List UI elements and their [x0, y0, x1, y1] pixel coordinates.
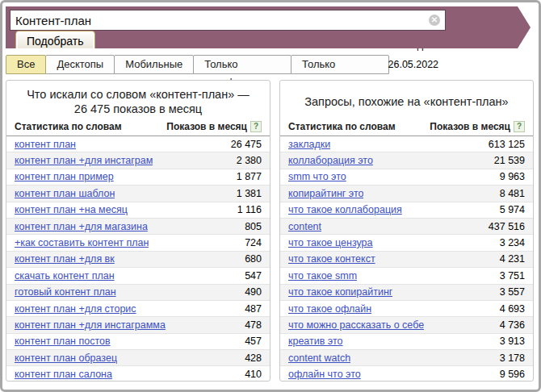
table-row: контент план +на месяц 1 116	[6, 202, 270, 219]
table-header: Статистика по словам Показов в месяц ?	[280, 119, 533, 136]
query-link[interactable]: smm что это	[288, 171, 346, 182]
tab-phones-only[interactable]: Только телефоны	[193, 55, 291, 74]
query-link[interactable]: content	[288, 221, 321, 232]
query-link[interactable]: креатив это	[288, 336, 343, 347]
impressions-count: 9 963	[493, 171, 525, 182]
table-row: закладки 613 125	[280, 136, 533, 152]
query-link[interactable]: закладки	[288, 139, 330, 150]
table-row: что можно рассказать о себе 4 736	[280, 317, 533, 333]
tab-tablets-only[interactable]: Только планшеты	[291, 55, 389, 74]
impressions-count: 4 693	[493, 303, 525, 315]
table-row: контент план шаблон 1 381	[6, 186, 270, 202]
word-stats-table: контент план 26 475 контент план +для ин…	[6, 136, 270, 382]
query-link[interactable]: контент план +для магазина	[15, 221, 148, 232]
query-link[interactable]: контент план +для вк	[15, 253, 115, 265]
impressions-count: 724	[238, 237, 262, 248]
table-row: контент план постов 457	[6, 334, 270, 350]
table-row: smm что это 9 963	[280, 169, 533, 186]
search-input[interactable]	[10, 10, 446, 31]
query-link[interactable]: что такое копирайтинг	[288, 286, 392, 298]
tab-desktops[interactable]: Десктопы	[45, 55, 115, 74]
query-link[interactable]: контент план	[15, 139, 76, 150]
panel-title: Что искали со словом «контент-план» — 26…	[6, 81, 270, 119]
table-header: Статистика по словам Показов в месяц ?	[6, 119, 270, 136]
query-link[interactable]: копирайтинг это	[288, 188, 363, 199]
impressions-count: 21 539	[488, 155, 525, 166]
impressions-count: 4 231	[493, 253, 525, 265]
impressions-count: 478	[238, 319, 262, 331]
query-link[interactable]: контент план +для инстаграм	[15, 155, 153, 166]
table-row: что такое цензура 3 234	[280, 235, 533, 251]
query-link[interactable]: скачать контент план	[15, 270, 115, 281]
table-row: скачать контент план 547	[6, 268, 270, 284]
impressions-count: 613 125	[482, 139, 525, 150]
panel-similar-queries: Запросы, похожие на «контент-план» Стати…	[279, 80, 534, 382]
column-word-label: Статистика по словам	[288, 121, 396, 132]
impressions-count: 1 381	[230, 188, 262, 199]
table-row: content 437 516	[280, 219, 533, 235]
column-count-label: Показов в месяц	[166, 121, 247, 132]
impressions-count: 428	[238, 352, 262, 364]
table-row: контент план пример 1 877	[6, 169, 270, 186]
search-header: ✕ Подобрать По словам По регионам Истори…	[6, 6, 531, 48]
query-link[interactable]: коллаборация это	[288, 155, 373, 166]
query-link[interactable]: готовый контент план	[15, 286, 116, 298]
submit-button[interactable]: Подобрать	[15, 31, 95, 52]
query-link[interactable]: контент план +на месяц	[15, 204, 128, 215]
impressions-count: 547	[238, 270, 262, 281]
impressions-count: 8 481	[493, 188, 525, 199]
table-row: что такое коллаборация 5 974	[280, 202, 533, 219]
impressions-count: 457	[238, 336, 262, 347]
tab-mobile[interactable]: Мобильные	[114, 55, 194, 74]
similar-queries-table: закладки 613 125 коллаборация это 21 539…	[280, 136, 533, 382]
table-row: контент план +для сторис 487	[6, 301, 270, 317]
table-row: что такое smm 3 751	[280, 268, 533, 284]
impressions-count: 26 475	[224, 139, 262, 150]
table-row: коллаборация это 21 539	[280, 152, 533, 169]
clear-search-icon[interactable]: ✕	[429, 15, 440, 26]
query-link[interactable]: офлайн что это	[288, 369, 361, 380]
query-link[interactable]: контент план образец	[15, 352, 117, 364]
query-link[interactable]: что можно рассказать о себе	[288, 319, 424, 331]
impressions-count: 2 380	[230, 155, 262, 166]
query-link[interactable]: +как составить контент план	[15, 237, 149, 248]
impressions-count: 3 178	[493, 352, 525, 364]
impressions-count: 805	[238, 221, 262, 232]
query-link[interactable]: контент план шаблон	[15, 188, 115, 199]
table-row: что такое контекст 4 231	[280, 252, 533, 268]
query-link[interactable]: контент план +для инстаграмма	[15, 319, 166, 331]
table-row: контент план +для вк 680	[6, 252, 270, 268]
query-link[interactable]: контент план салона	[15, 369, 112, 380]
impressions-count: 3 557	[493, 286, 525, 298]
results-area: Что искали со словом «контент-план» — 26…	[6, 80, 535, 382]
panel-word-stats: Что искали со словом «контент-план» — 26…	[6, 80, 270, 382]
query-link[interactable]: что такое офлайн	[288, 303, 371, 315]
query-link[interactable]: что такое контекст	[288, 253, 375, 265]
impressions-count: 1 877	[230, 171, 262, 182]
impressions-count: 490	[238, 286, 262, 298]
table-row: контент план +для инстаграмма 478	[6, 317, 270, 333]
query-link[interactable]: content watch	[288, 352, 350, 364]
help-icon[interactable]: ?	[250, 121, 262, 132]
table-row: готовый контент план 490	[6, 285, 270, 301]
table-row: что такое копирайтинг 3 557	[280, 285, 533, 301]
help-icon[interactable]: ?	[514, 121, 525, 132]
query-link[interactable]: что такое цензура	[288, 237, 373, 248]
impressions-count: 3 234	[493, 237, 525, 248]
impressions-count: 9 596	[493, 369, 525, 380]
query-link[interactable]: что такое коллаборация	[288, 204, 402, 215]
query-link[interactable]: контент план пример	[15, 171, 114, 182]
column-count-label: Показов в месяц	[430, 121, 510, 132]
table-row: +как составить контент план 724	[6, 235, 270, 251]
query-link[interactable]: что такое smm	[288, 270, 357, 281]
query-link[interactable]: контент план постов	[15, 336, 111, 347]
impressions-count: 680	[238, 253, 262, 265]
table-row: что такое офлайн 4 693	[280, 301, 533, 317]
tab-all[interactable]: Все	[6, 55, 46, 74]
impressions-count: 3 751	[493, 270, 525, 281]
table-row: контент план 26 475	[6, 136, 270, 152]
column-word-label: Статистика по словам	[15, 121, 122, 132]
panel-title: Запросы, похожие на «контент-план»	[280, 81, 533, 119]
table-row: content watch 3 178	[280, 350, 533, 366]
query-link[interactable]: контент план +для сторис	[15, 303, 136, 315]
